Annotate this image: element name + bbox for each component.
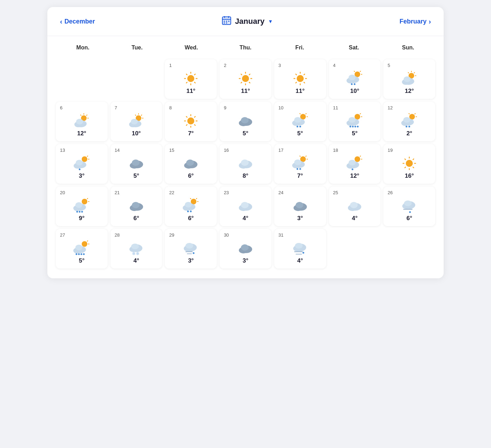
day-cell[interactable]: 3 11° bbox=[274, 59, 326, 99]
day-cell[interactable]: 13 3° bbox=[56, 144, 108, 184]
calendar-icon bbox=[222, 15, 231, 27]
day-label-wed: Wed. bbox=[164, 42, 218, 54]
day-number: 2 bbox=[224, 63, 226, 68]
day-cell[interactable]: 5 12° bbox=[383, 59, 435, 99]
svg-line-36 bbox=[296, 74, 296, 75]
day-cell[interactable]: 7 10° bbox=[110, 102, 162, 141]
svg-point-168 bbox=[76, 211, 78, 213]
svg-line-60 bbox=[81, 115, 81, 115]
weather-icon: ❄ ❄ bbox=[127, 240, 146, 256]
svg-line-160 bbox=[405, 159, 405, 159]
svg-point-103 bbox=[350, 126, 351, 128]
day-cell[interactable]: 21 6° bbox=[110, 186, 162, 226]
chevron-right-icon: › bbox=[429, 18, 431, 26]
day-cell[interactable]: 23 4° bbox=[220, 186, 271, 226]
day-number: 19 bbox=[388, 148, 392, 153]
svg-point-144 bbox=[355, 156, 360, 162]
weather-icon bbox=[291, 198, 309, 213]
svg-rect-8 bbox=[224, 22, 225, 23]
prev-month-button[interactable]: ‹ December bbox=[60, 18, 95, 26]
svg-line-69 bbox=[135, 115, 135, 115]
svg-point-225 bbox=[295, 243, 303, 249]
weather-icon bbox=[400, 156, 418, 171]
svg-point-44 bbox=[349, 75, 356, 80]
svg-point-130 bbox=[186, 159, 194, 166]
svg-point-55 bbox=[404, 76, 411, 82]
day-cell[interactable]: 4 10° bbox=[329, 59, 381, 99]
svg-line-68 bbox=[141, 115, 141, 115]
day-cell[interactable]: 17 7° bbox=[274, 144, 326, 184]
day-cell[interactable]: 31 4° bbox=[274, 229, 326, 269]
day-cell[interactable]: 8 7° bbox=[165, 102, 217, 141]
svg-line-16 bbox=[187, 82, 187, 83]
temperature: 6° bbox=[188, 215, 194, 222]
svg-line-164 bbox=[87, 198, 88, 199]
day-number: 23 bbox=[224, 190, 229, 195]
day-cell[interactable]: 28 ❄ ❄ 4° bbox=[110, 229, 162, 269]
day-cell[interactable]: 15 6° bbox=[165, 144, 217, 184]
svg-point-186 bbox=[241, 202, 249, 208]
day-number: 27 bbox=[60, 232, 65, 238]
chevron-left-icon: ‹ bbox=[60, 18, 62, 26]
day-cell[interactable]: 30 3° bbox=[220, 229, 271, 269]
day-cell[interactable]: 6 12° bbox=[56, 102, 108, 141]
day-cell[interactable]: 27 5° bbox=[56, 229, 108, 269]
temperature: 7° bbox=[297, 172, 303, 179]
day-cell[interactable]: 20 9° bbox=[56, 186, 108, 226]
day-number: 5 bbox=[388, 63, 390, 68]
weather-icon bbox=[400, 71, 418, 86]
day-cell[interactable]: 16 8° bbox=[220, 144, 271, 184]
day-number: 3 bbox=[278, 63, 281, 68]
svg-point-74 bbox=[187, 117, 194, 124]
svg-line-17 bbox=[195, 82, 195, 83]
temperature: 10° bbox=[350, 88, 359, 95]
svg-point-151 bbox=[352, 169, 354, 170]
prev-month-label: December bbox=[65, 18, 95, 25]
weather-icon bbox=[236, 113, 255, 129]
day-number: 8 bbox=[169, 105, 171, 110]
dropdown-arrow-icon[interactable]: ▼ bbox=[268, 19, 273, 24]
day-cell[interactable]: 29 3° bbox=[165, 229, 217, 269]
day-cell[interactable]: 25 4° bbox=[329, 186, 381, 226]
svg-point-183 bbox=[190, 211, 192, 212]
day-cell[interactable]: 2 11° bbox=[220, 59, 271, 99]
svg-point-170 bbox=[81, 211, 83, 213]
day-number: 1 bbox=[169, 63, 171, 68]
day-cell[interactable]: 22 6° bbox=[165, 186, 217, 226]
svg-point-102 bbox=[349, 117, 356, 123]
day-cell[interactable]: 1 11° bbox=[165, 59, 217, 99]
svg-point-228 bbox=[302, 252, 304, 254]
svg-point-150 bbox=[349, 160, 356, 165]
day-label-tue: Tue. bbox=[110, 42, 164, 54]
svg-point-161 bbox=[82, 199, 87, 204]
temperature: 3° bbox=[297, 215, 303, 222]
svg-point-46 bbox=[354, 83, 356, 85]
day-number: 26 bbox=[388, 190, 392, 195]
next-month-button[interactable]: February › bbox=[399, 18, 431, 26]
day-cell[interactable]: 19 16° bbox=[383, 144, 435, 184]
temperature: 9° bbox=[79, 215, 85, 222]
day-cell[interactable]: 24 3° bbox=[274, 186, 326, 226]
day-cell[interactable]: 11 5° bbox=[329, 102, 381, 141]
temperature: 8° bbox=[243, 172, 248, 179]
weather-icon bbox=[182, 113, 200, 129]
svg-point-115 bbox=[406, 126, 408, 128]
svg-point-127 bbox=[132, 159, 140, 166]
temperature: 4° bbox=[352, 215, 357, 222]
next-month-label: February bbox=[399, 18, 426, 25]
day-cell[interactable]: 26 6° bbox=[383, 186, 435, 226]
day-label-sat: Sat. bbox=[327, 42, 381, 54]
day-cell[interactable]: 14 5° bbox=[110, 144, 162, 184]
day-cell[interactable]: 9 5° bbox=[220, 102, 271, 141]
weather-icon bbox=[73, 113, 91, 129]
weather-icon bbox=[182, 198, 200, 213]
svg-line-27 bbox=[241, 74, 242, 75]
day-cell[interactable]: 18 12° bbox=[329, 144, 381, 184]
day-cell[interactable]: 12 2° bbox=[383, 102, 435, 141]
temperature: 4° bbox=[243, 215, 248, 222]
day-label-mon: Mon. bbox=[56, 42, 110, 54]
day-cell[interactable]: 10 5° bbox=[274, 102, 326, 141]
temperature: 4° bbox=[297, 257, 303, 264]
current-month-title: January ▼ bbox=[222, 15, 273, 27]
day-number: 29 bbox=[169, 232, 174, 238]
